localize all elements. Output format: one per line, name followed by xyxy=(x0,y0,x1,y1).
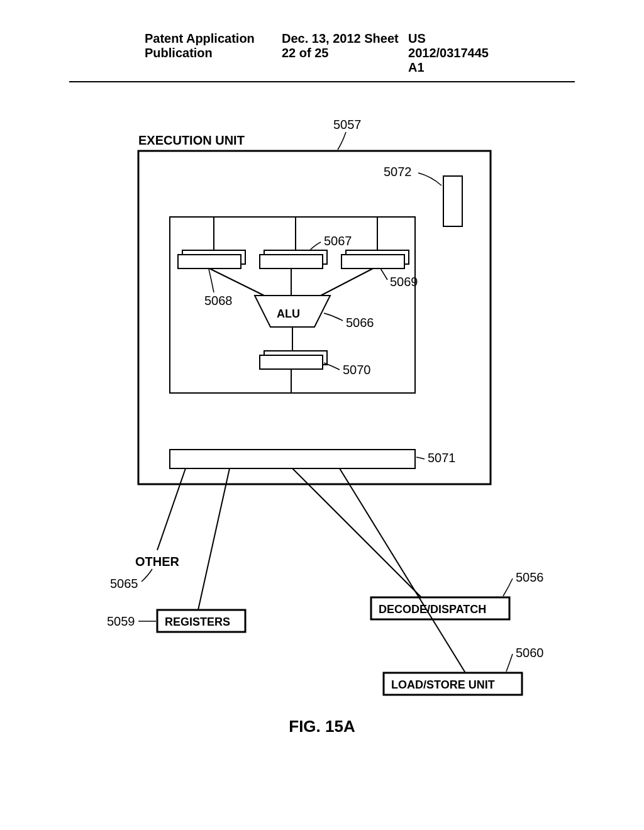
ref-5059: 5059 xyxy=(107,614,135,628)
execution-unit-box xyxy=(138,151,491,484)
header-right: US 2012/0317445 A1 xyxy=(408,31,499,75)
page-header: Patent Application Publication Dec. 13, … xyxy=(69,0,575,82)
lead-5070 xyxy=(324,363,340,370)
reg-5070-front xyxy=(260,355,323,369)
ref-5057: 5057 xyxy=(333,118,362,131)
figure-label: FIG. 15A xyxy=(0,717,644,736)
lead-5066 xyxy=(324,313,343,321)
ref-5071: 5071 xyxy=(428,451,456,465)
line-to-registers xyxy=(198,468,230,610)
ref-5070: 5070 xyxy=(343,363,371,377)
lead-5056 xyxy=(503,578,513,596)
line-to-other xyxy=(157,468,186,550)
ref-5065: 5065 xyxy=(110,577,138,590)
ref-5068: 5068 xyxy=(204,294,233,307)
lead-5060 xyxy=(506,654,513,672)
ref-5067: 5067 xyxy=(324,234,352,248)
ref-5066: 5066 xyxy=(346,316,374,329)
other-label: OTHER xyxy=(135,555,180,568)
line-to-decode xyxy=(292,468,421,597)
decode-label: DECODE/DISPATCH xyxy=(379,603,486,616)
lead-5067 xyxy=(310,242,321,250)
reg-5069-front xyxy=(341,255,404,268)
ref-5069: 5069 xyxy=(390,275,418,289)
box-5071 xyxy=(170,450,415,468)
lead-5068 xyxy=(209,269,214,292)
reg-5068-front xyxy=(178,255,241,268)
alu-label: ALU xyxy=(277,307,300,320)
reg-5067-front xyxy=(260,255,323,268)
execution-unit-title: EXECUTION UNIT xyxy=(138,133,245,147)
box-5072 xyxy=(443,176,462,226)
line-to-loadstore xyxy=(340,468,465,673)
lead-5069 xyxy=(380,268,387,280)
header-center: Dec. 13, 2012 Sheet 22 of 25 xyxy=(282,31,408,75)
line-5069-alu xyxy=(321,268,373,296)
ref-5072: 5072 xyxy=(384,165,412,179)
line-5068-alu xyxy=(209,268,264,296)
header-left: Patent Application Publication xyxy=(145,31,282,75)
lead-5065 xyxy=(142,569,152,582)
lead-5071 xyxy=(416,457,425,459)
lead-5072 xyxy=(418,173,441,185)
registers-label: REGISTERS xyxy=(165,616,230,628)
loadstore-label: LOAD/STORE UNIT xyxy=(391,678,495,691)
diagram: EXECUTION UNIT 5057 5072 5067 5068 5069 xyxy=(75,113,566,742)
lead-5057 xyxy=(338,132,346,150)
ref-5056: 5056 xyxy=(516,570,544,584)
ref-5060: 5060 xyxy=(516,646,544,660)
